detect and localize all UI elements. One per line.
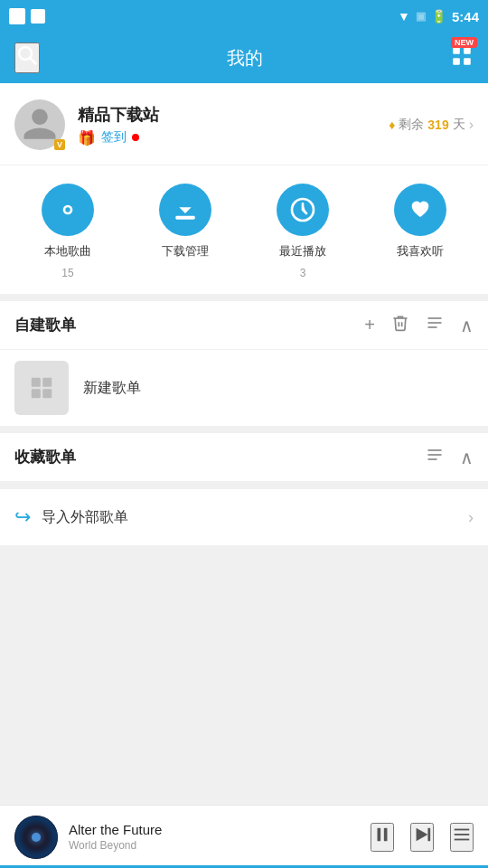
recent-play-action[interactable]: 最近播放 3: [277, 184, 329, 279]
collapse-my-playlists-button[interactable]: ∧: [460, 315, 474, 336]
svg-point-0: [19, 47, 32, 60]
my-playlists-title: 自建歌单: [14, 315, 76, 335]
player-title: Alter the Future: [69, 822, 360, 837]
favorites-icon-wrap: [394, 184, 446, 236]
svg-rect-3: [464, 47, 471, 54]
status-time: 5:44: [452, 9, 479, 24]
vip-days: 319: [427, 118, 448, 132]
delete-playlist-button[interactable]: [391, 314, 409, 336]
grid-view-button[interactable]: NEW: [450, 44, 474, 71]
add-playlist-button[interactable]: +: [364, 315, 375, 335]
local-songs-icon-wrap: [42, 184, 94, 236]
svg-rect-4: [453, 58, 460, 65]
status-square-1: [9, 8, 25, 24]
status-left-icons: [9, 8, 45, 24]
collapse-collected-button[interactable]: ∧: [460, 447, 474, 468]
status-square-2: [31, 9, 45, 24]
signal-icon: ▣: [416, 10, 426, 23]
vip-info[interactable]: ♦ 剩余 319 天 ›: [389, 117, 474, 133]
search-button[interactable]: [14, 42, 40, 73]
profile-left: V 精品下载站 🎁 签到: [14, 99, 159, 150]
local-songs-action[interactable]: 本地歌曲 15: [42, 184, 94, 279]
download-icon-wrap: [159, 184, 211, 236]
wifi-icon: ▼: [398, 9, 410, 24]
profile-info: 精品下载站 🎁 签到: [78, 104, 159, 146]
collected-header: 收藏歌单 ∧: [0, 433, 488, 482]
local-songs-count: 15: [61, 267, 73, 279]
svg-rect-16: [42, 378, 52, 387]
import-left: ↪ 导入外部歌单: [14, 505, 128, 529]
svg-line-1: [30, 58, 36, 64]
new-playlist-name: 新建歌单: [83, 379, 141, 398]
download-action[interactable]: 下载管理: [159, 184, 211, 279]
recent-label: 最近播放: [279, 243, 326, 259]
import-icon: ↪: [14, 505, 31, 529]
username: 精品下载站: [78, 104, 159, 126]
svg-rect-25: [427, 827, 430, 841]
recent-icon-wrap: [277, 184, 329, 236]
pause-button[interactable]: [371, 823, 394, 852]
new-playlist-item[interactable]: 新建歌单: [0, 350, 488, 433]
favorites-label: 我喜欢听: [397, 243, 444, 259]
header: 我的 NEW: [0, 33, 488, 83]
import-section[interactable]: ↪ 导入外部歌单 ›: [0, 489, 488, 545]
my-playlists-header: 自建歌单 + ∧: [0, 301, 488, 350]
favorites-action[interactable]: 我喜欢听: [394, 184, 446, 279]
svg-rect-9: [175, 216, 194, 220]
player-controls: [371, 823, 474, 852]
notification-dot: [132, 134, 139, 141]
svg-marker-24: [417, 827, 428, 841]
my-playlists-actions: + ∧: [364, 314, 474, 336]
profile-section: V 精品下载站 🎁 签到 ♦ 剩余 319 天 ›: [0, 83, 488, 165]
player-album-art[interactable]: [14, 816, 58, 859]
svg-rect-23: [384, 827, 388, 841]
svg-point-8: [65, 207, 70, 212]
vip-unit: 天: [453, 117, 465, 133]
vip-diamond-icon: ♦: [389, 118, 395, 132]
svg-rect-22: [378, 827, 381, 841]
page-title: 我的: [40, 46, 450, 71]
next-button[interactable]: [410, 823, 434, 852]
checkin-row: 🎁 签到: [78, 129, 159, 146]
local-songs-label: 本地歌曲: [44, 243, 91, 259]
quick-actions: 本地歌曲 15 下载管理 最近播放 3: [0, 165, 488, 301]
svg-rect-17: [32, 389, 41, 398]
new-badge: NEW: [451, 37, 477, 48]
status-right-icons: ▼ ▣ 🔋 5:44: [398, 9, 479, 24]
sort-playlist-button[interactable]: [426, 314, 444, 336]
player-subtitle: World Beyond: [69, 839, 360, 852]
svg-rect-2: [453, 47, 460, 54]
playlist-button[interactable]: [450, 823, 474, 852]
collected-section: 收藏歌单 ∧: [0, 433, 488, 489]
collected-actions: ∧: [426, 446, 474, 468]
sort-collected-button[interactable]: [426, 446, 444, 468]
battery-icon: 🔋: [431, 9, 446, 24]
vip-badge: V: [54, 139, 65, 150]
bottom-player: Alter the Future World Beyond: [0, 805, 488, 868]
player-info: Alter the Future World Beyond: [69, 822, 360, 852]
collected-title: 收藏歌单: [14, 447, 76, 467]
svg-rect-18: [42, 389, 52, 398]
new-playlist-thumb: [14, 361, 69, 415]
gift-icon: 🎁: [78, 129, 96, 146]
vip-label: 剩余: [399, 117, 424, 133]
avatar[interactable]: V: [14, 99, 65, 150]
status-bar: ▼ ▣ 🔋 5:44: [0, 0, 488, 33]
checkin-button[interactable]: 签到: [101, 129, 127, 146]
svg-rect-5: [464, 58, 471, 65]
import-label: 导入外部歌单: [42, 508, 128, 527]
chevron-right-icon: ›: [469, 117, 474, 133]
import-chevron-icon: ›: [468, 508, 474, 527]
recent-count: 3: [300, 267, 306, 279]
svg-rect-15: [32, 378, 41, 387]
download-label: 下载管理: [162, 243, 209, 259]
